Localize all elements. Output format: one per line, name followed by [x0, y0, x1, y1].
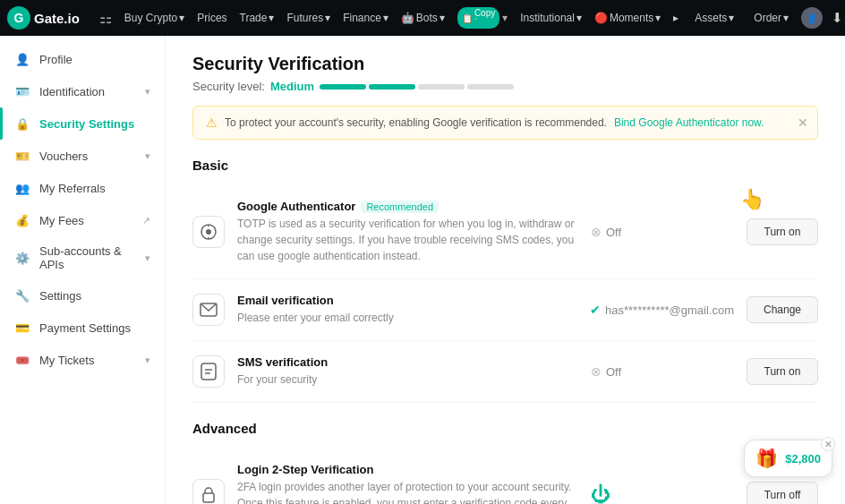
sidebar-item-label: Payment Settings [39, 321, 131, 335]
apps-grid-icon[interactable]: ⚏ [99, 10, 112, 27]
alert-text: To protect your account's security, enab… [225, 116, 607, 129]
close-icon[interactable]: ✕ [798, 115, 808, 130]
sidebar-item-label: Vouchers [39, 149, 88, 163]
progress-seg-3 [418, 84, 465, 90]
chevron-down-icon: ▾ [145, 355, 150, 366]
nav-moments[interactable]: 🔴Moments▾ [589, 8, 666, 28]
download-icon[interactable]: ⬇ [828, 8, 845, 28]
nav-order[interactable]: Order▾ [747, 9, 796, 27]
nav-more[interactable]: ▸ [668, 8, 684, 28]
email-name: Email verification [237, 294, 577, 307]
nav-right: Assets▾ Order▾ 👤 ⬇ 🔍 ☰ [687, 7, 845, 29]
sidebar-item-identification[interactable]: 🪪 Identification ▾ [0, 75, 165, 107]
sms-button[interactable]: Turn on [747, 358, 818, 385]
security-item-email: Email verification Please enter your ema… [192, 279, 818, 341]
sms-desc: For your security [237, 372, 578, 388]
sub-accounts-icon: ⚙️ [14, 250, 30, 266]
2step-name: Login 2-Step Verification [237, 463, 578, 476]
email-info: Email verification Please enter your ema… [237, 294, 577, 326]
google-auth-status: ⊗ Off [591, 225, 734, 239]
settings-icon: 🔧 [14, 287, 30, 303]
sidebar-item-my-referrals[interactable]: 👥 My Referrals [0, 172, 165, 204]
svg-rect-8 [203, 493, 214, 502]
nav-bots[interactable]: 🤖Bots▾ [396, 8, 450, 28]
promo-badge[interactable]: ✕ 🎁 $2,800 [744, 440, 832, 477]
sms-status: ⊗ Off [591, 364, 734, 379]
security-progress-bar [320, 84, 514, 90]
toggle-on-icon: ⏻ [591, 483, 610, 504]
nav-futures[interactable]: Futures▾ [281, 8, 336, 28]
sidebar-item-my-tickets[interactable]: 🎟️ My Tickets ▾ [0, 344, 165, 376]
email-status: ✔ has**********@gmail.com [590, 303, 734, 317]
sidebar-item-my-fees[interactable]: 💰 My Fees ↗ [0, 204, 165, 236]
2step-button[interactable]: Turn off [747, 482, 818, 504]
security-level-value: Medium [270, 80, 314, 93]
nav-buy-crypto[interactable]: Buy Crypto▾ [119, 8, 190, 28]
chevron-down-icon: ▾ [145, 252, 150, 264]
copy-badge: 📋 Copy ` [457, 7, 499, 29]
promo-amount: $2,800 [785, 452, 821, 466]
alert-banner: ⚠ To protect your account's security, en… [192, 106, 818, 140]
nav-finance[interactable]: Finance▾ [337, 8, 394, 28]
nav-prices[interactable]: Prices [192, 8, 232, 28]
google-auth-icon [192, 216, 225, 248]
security-item-google-auth: Google Authenticator Recommended TOTP is… [192, 185, 818, 279]
recommended-badge: Recommended [361, 201, 439, 213]
email-change-button[interactable]: Change [747, 296, 818, 323]
sidebar-item-label: Profile [39, 53, 73, 66]
tickets-icon: 🎟️ [14, 352, 30, 368]
nav-institutional[interactable]: Institutional▾ [515, 8, 587, 28]
nav-assets[interactable]: Assets▾ [687, 9, 741, 27]
status-off-icon: ⊗ [591, 364, 602, 379]
user-avatar[interactable]: 👤 [801, 7, 823, 29]
status-on-icon: ✔ [590, 303, 601, 317]
sidebar-item-security-settings[interactable]: 🔒 Security Settings [0, 107, 165, 140]
fees-icon: 💰 [14, 212, 30, 228]
nav-trade[interactable]: Trade▾ [235, 8, 280, 28]
nav-copy[interactable]: 📋 Copy ` ▾ [452, 4, 513, 32]
chevron-down-icon: ▾ [145, 86, 150, 98]
external-link-icon: ↗ [142, 215, 150, 226]
payment-icon: 💳 [14, 320, 30, 336]
sidebar-item-label: Sub-accounts & APIs [39, 244, 136, 271]
logo[interactable]: G Gate.io [7, 6, 80, 30]
sidebar-item-payment-settings[interactable]: 💳 Payment Settings [0, 312, 165, 344]
advanced-section-title: Advanced [192, 421, 818, 436]
basic-section-title: Basic [192, 158, 818, 173]
security-item-2step: Login 2-Step Verification 2FA login prov… [192, 448, 818, 504]
promo-close-icon[interactable]: ✕ [821, 437, 835, 451]
google-auth-name: Google Authenticator Recommended [237, 200, 578, 213]
email-desc: Please enter your email correctly [237, 310, 577, 326]
sidebar-item-label: My Referrals [39, 182, 106, 195]
identification-icon: 🪪 [14, 83, 30, 99]
status-off-icon: ⊗ [591, 225, 602, 239]
google-auth-info: Google Authenticator Recommended TOTP is… [237, 200, 578, 264]
sidebar-item-settings[interactable]: 🔧 Settings [0, 279, 165, 312]
sidebar-item-label: Settings [39, 289, 81, 303]
alert-link[interactable]: Bind Google Authenticator now. [614, 116, 764, 129]
security-level-label: Security level: [192, 80, 265, 93]
sidebar-item-vouchers[interactable]: 🎫 Vouchers ▾ [0, 140, 165, 172]
sms-info: SMS verification For your security [237, 355, 578, 388]
sidebar-item-sub-accounts[interactable]: ⚙️ Sub-accounts & APIs ▾ [0, 236, 165, 279]
2step-status: ⏻ [591, 483, 734, 504]
gift-icon: 🎁 [755, 448, 778, 469]
google-auth-button[interactable]: Turn on [747, 218, 818, 245]
body-wrap: 👤 Profile 🪪 Identification ▾ 🔒 Security … [0, 36, 845, 504]
2step-info: Login 2-Step Verification 2FA login prov… [237, 463, 578, 504]
page-title: Security Verification [192, 54, 818, 74]
sidebar-item-label: Identification [39, 85, 105, 98]
2step-icon [192, 479, 225, 504]
sidebar-item-label: My Tickets [39, 354, 94, 367]
sidebar-item-profile[interactable]: 👤 Profile [0, 43, 165, 75]
profile-icon: 👤 [14, 51, 30, 67]
svg-rect-5 [201, 363, 216, 380]
advanced-section: Advanced Login 2-Step Verification 2FA l… [192, 421, 818, 504]
security-icon: 🔒 [14, 115, 30, 132]
progress-seg-2 [369, 84, 415, 90]
progress-seg-4 [467, 84, 514, 90]
logo-text: Gate.io [34, 11, 80, 26]
warning-icon: ⚠ [206, 115, 218, 130]
svg-point-1 [206, 229, 211, 235]
google-auth-desc: TOTP is used as a security verification … [237, 216, 578, 264]
